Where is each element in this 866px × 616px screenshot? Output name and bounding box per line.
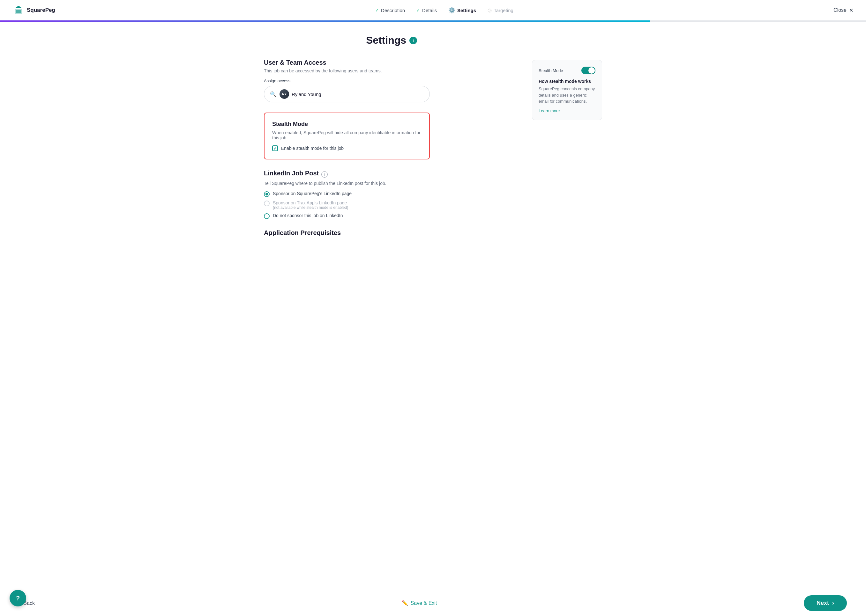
- nav-step-description-label: Description: [381, 8, 405, 13]
- header: SquarePeg ✓ Description ✓ Details ⚙️ Set…: [0, 0, 866, 20]
- nav-step-targeting-label: Targeting: [494, 8, 513, 13]
- sidebar-toggle-label: Stealth Mode: [538, 68, 563, 73]
- gear-icon: ⚙️: [448, 7, 455, 14]
- radio-none-label: Do not sponsor this job on LinkedIn: [273, 213, 343, 218]
- nav-step-settings[interactable]: ⚙️ Settings: [448, 7, 476, 14]
- radio-dot-squarepeg: [266, 193, 268, 195]
- linkedin-info-icon: i: [321, 171, 328, 178]
- linkedin-radio-trax[interactable]: Sponsor on Trax App's LinkedIn page (not…: [264, 200, 519, 210]
- linkedin-desc: Tell SquarePeg where to publish the Link…: [264, 181, 519, 186]
- logo-icon: [13, 5, 24, 16]
- radio-trax[interactable]: [264, 201, 269, 206]
- page-info-badge[interactable]: i: [409, 37, 417, 44]
- linkedin-radio-squarepeg[interactable]: Sponsor on SquarePeg's LinkedIn page: [264, 191, 519, 197]
- stealth-mode-toggle[interactable]: [581, 67, 595, 74]
- help-icon: ?: [16, 595, 20, 602]
- radio-squarepeg-label: Sponsor on SquarePeg's LinkedIn page: [273, 191, 352, 196]
- svg-rect-2: [16, 10, 21, 13]
- assign-access-input[interactable]: 🔍 RY Ryland Young: [264, 86, 430, 102]
- target-icon: ◎: [488, 7, 492, 13]
- stealth-mode-title: Stealth Mode: [272, 121, 422, 127]
- user-name: Ryland Young: [292, 91, 321, 97]
- page-title-row: Settings i: [264, 35, 519, 46]
- page-title: Settings: [366, 35, 406, 46]
- main-content: Settings i User & Team Access This job c…: [258, 22, 608, 285]
- next-label: Next: [817, 600, 829, 607]
- next-button[interactable]: Next ›: [804, 595, 847, 611]
- sidebar-how-desc: SquarePeg conceals company details and u…: [538, 86, 595, 105]
- stealth-mode-desc: When enabled, SquarePeg will hide all co…: [272, 130, 422, 140]
- user-team-access-section: User & Team Access This job can be acces…: [264, 59, 519, 102]
- check-icon-details: ✓: [416, 8, 420, 13]
- sidebar-toggle-row: Stealth Mode: [538, 67, 595, 74]
- save-exit-button[interactable]: ✏️ Save & Exit: [402, 600, 437, 606]
- nav-step-description[interactable]: ✓ Description: [375, 8, 405, 13]
- sidebar-how-title: How stealth mode works: [538, 79, 595, 84]
- search-icon: 🔍: [270, 91, 276, 97]
- close-button[interactable]: Close ✕: [833, 7, 853, 13]
- nav-steps: ✓ Description ✓ Details ⚙️ Settings ◎ Ta…: [375, 7, 513, 14]
- radio-squarepeg[interactable]: [264, 191, 269, 197]
- user-team-access-desc: This job can be accessed by the followin…: [264, 68, 519, 73]
- nav-step-targeting[interactable]: ◎ Targeting: [488, 7, 513, 13]
- toggle-knob: [588, 67, 595, 74]
- logo-text: SquarePeg: [27, 7, 55, 13]
- radio-trax-label-group: Sponsor on Trax App's LinkedIn page (not…: [273, 200, 348, 210]
- radio-none[interactable]: [264, 213, 269, 219]
- stealth-mode-checkbox-row: ✓ Enable stealth mode for this job: [272, 145, 422, 151]
- linkedin-title-row: LinkedIn Job Post i: [264, 170, 519, 179]
- user-team-access-title: User & Team Access: [264, 59, 519, 66]
- logo[interactable]: SquarePeg: [13, 5, 55, 16]
- linkedin-title: LinkedIn Job Post: [264, 170, 319, 177]
- check-icon: ✓: [375, 8, 379, 13]
- linkedin-radio-none[interactable]: Do not sponsor this job on LinkedIn: [264, 213, 519, 219]
- linkedin-job-post-section: LinkedIn Job Post i Tell SquarePeg where…: [264, 170, 519, 219]
- user-avatar: RY: [280, 89, 289, 99]
- app-prereq-title: Application Prerequisites: [264, 229, 519, 237]
- avatar-initials: RY: [280, 89, 289, 99]
- stealth-mode-checkbox[interactable]: ✓: [272, 145, 278, 151]
- radio-trax-label: Sponsor on Trax App's LinkedIn page: [273, 200, 348, 205]
- sidebar-card: Stealth Mode How stealth mode works Squa…: [532, 60, 602, 120]
- stealth-mode-checkbox-label: Enable stealth mode for this job: [281, 146, 344, 151]
- svg-marker-1: [15, 6, 22, 8]
- bottom-bar: ‹ Back ✏️ Save & Exit Next ›: [0, 590, 866, 616]
- checkbox-check-icon: ✓: [274, 146, 277, 151]
- pencil-icon: ✏️: [402, 600, 408, 606]
- close-icon: ✕: [849, 7, 853, 13]
- next-chevron-icon: ›: [832, 600, 834, 607]
- stealth-mode-section: Stealth Mode When enabled, SquarePeg wil…: [264, 113, 430, 159]
- nav-step-details[interactable]: ✓ Details: [416, 8, 437, 13]
- user-chip: RY Ryland Young: [280, 89, 321, 99]
- application-prerequisites-section: Application Prerequisites: [264, 229, 519, 237]
- radio-trax-sublabel: (not available while stealth mode is ena…: [273, 205, 348, 210]
- linkedin-radio-group: Sponsor on SquarePeg's LinkedIn page Spo…: [264, 191, 519, 219]
- help-bubble[interactable]: ?: [9, 590, 26, 607]
- sidebar-panel: Stealth Mode How stealth mode works Squa…: [532, 35, 602, 247]
- nav-step-settings-label: Settings: [457, 8, 476, 13]
- assign-access-label: Assign access: [264, 79, 519, 83]
- close-label: Close: [833, 7, 847, 13]
- save-exit-label: Save & Exit: [411, 600, 437, 606]
- nav-step-details-label: Details: [422, 8, 437, 13]
- learn-more-link[interactable]: Learn more: [538, 108, 560, 113]
- content-area: Settings i User & Team Access This job c…: [264, 35, 519, 247]
